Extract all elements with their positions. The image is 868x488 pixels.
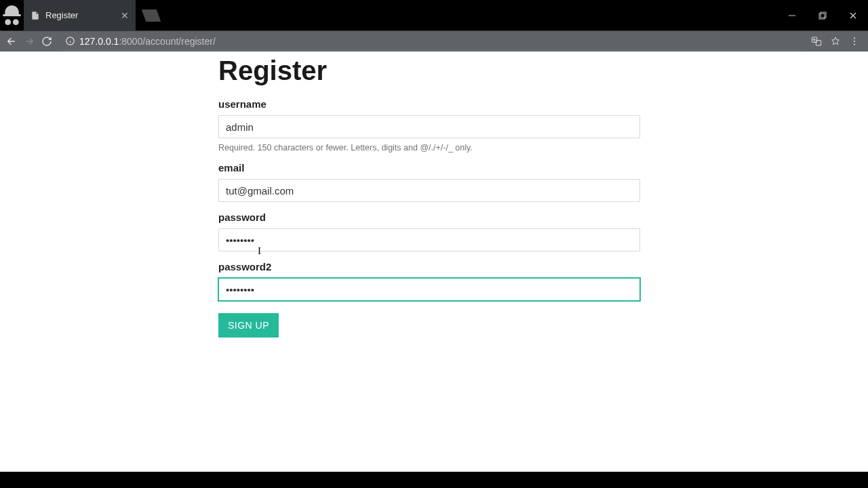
window-titlebar: Register ✕ — [0, 0, 868, 30]
window-controls — [776, 0, 868, 30]
username-help: Required. 150 characters or fewer. Lette… — [218, 143, 640, 152]
password-label: password — [218, 211, 640, 223]
maximize-button[interactable] — [807, 0, 837, 30]
svg-point-10 — [854, 37, 855, 39]
close-button[interactable] — [837, 0, 868, 30]
page-content: Register username Required. 150 characte… — [0, 52, 868, 472]
browser-tab[interactable]: Register ✕ — [24, 0, 136, 30]
password-field: password — [218, 211, 640, 251]
back-button[interactable] — [5, 35, 18, 47]
svg-point-12 — [854, 44, 855, 45]
svg-rect-1 — [819, 14, 825, 19]
minimize-button[interactable] — [776, 0, 807, 30]
translate-icon[interactable] — [811, 36, 822, 47]
reload-button[interactable] — [41, 35, 53, 47]
email-input[interactable] — [218, 179, 640, 202]
password2-input[interactable] — [218, 278, 640, 301]
signup-button[interactable]: SIGN UP — [218, 313, 279, 338]
page-title: Register — [218, 56, 640, 86]
page-icon — [31, 11, 40, 20]
star-icon[interactable] — [830, 36, 841, 47]
svg-rect-2 — [821, 12, 826, 18]
tab-close-icon[interactable]: ✕ — [121, 10, 129, 21]
url-text: 127.0.0.1:8000/account/register/ — [79, 36, 216, 47]
username-input[interactable] — [218, 115, 640, 138]
info-icon — [65, 36, 75, 46]
tab-title: Register — [45, 10, 115, 20]
incognito-icon — [0, 0, 24, 30]
password2-label: password2 — [218, 261, 640, 272]
browser-toolbar: 127.0.0.1:8000/account/register/ — [0, 30, 868, 52]
menu-icon[interactable] — [849, 36, 860, 47]
address-bar[interactable]: 127.0.0.1:8000/account/register/ — [58, 33, 806, 50]
email-field: email — [218, 162, 640, 202]
password2-field: password2 — [218, 261, 640, 301]
bottom-letterbox — [0, 472, 868, 488]
username-field: username Required. 150 characters or few… — [218, 98, 640, 152]
email-label: email — [218, 162, 640, 174]
username-label: username — [218, 98, 640, 110]
forward-button[interactable] — [23, 35, 35, 47]
svg-point-11 — [854, 41, 855, 42]
new-tab-button[interactable] — [141, 0, 161, 30]
password-input[interactable] — [218, 228, 640, 251]
